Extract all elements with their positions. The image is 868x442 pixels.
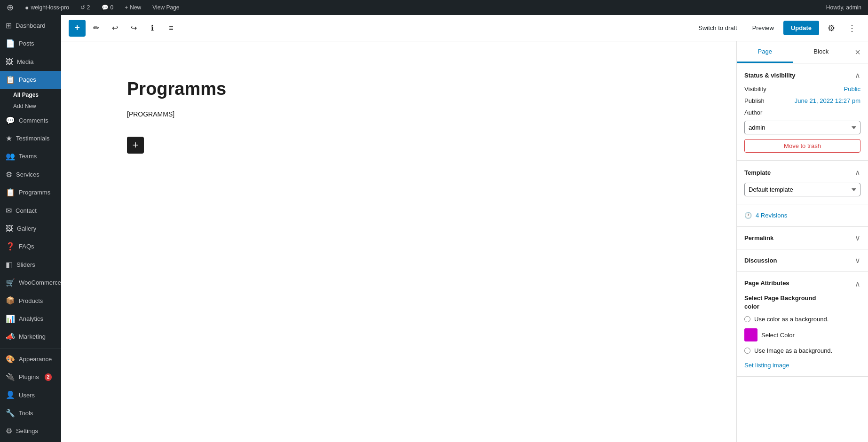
admin-bar-new[interactable]: + New — [122, 0, 144, 15]
close-icon: × — [855, 47, 860, 58]
revisions-label: 4 Revisions — [756, 212, 787, 219]
revisions-row[interactable]: 🕐 4 Revisions — [744, 212, 860, 219]
howdy-text: Howdy, admin — [826, 4, 861, 11]
sidebar-item-analytics[interactable]: 📊 Analytics — [0, 310, 61, 328]
author-select[interactable]: admin — [744, 121, 860, 134]
sidebar-item-label: Comments — [19, 116, 48, 125]
sidebar-item-faqs[interactable]: ❓ FAQs — [0, 238, 61, 256]
visibility-row: Visibility Public — [744, 85, 860, 93]
more-options-button[interactable]: ⋮ — [844, 20, 860, 37]
discussion-row[interactable]: Discussion ∨ — [737, 249, 868, 272]
list-view-button[interactable]: ≡ — [163, 20, 180, 37]
comments-count: 0 — [110, 4, 114, 11]
sidebar-item-services[interactable]: ⚙ Services — [0, 166, 61, 184]
template-section: Template ∧ Default template Full Width N… — [737, 161, 868, 204]
pages-icon: 📋 — [6, 75, 15, 85]
info-button[interactable]: ℹ — [144, 20, 161, 37]
template-select[interactable]: Default template Full Width No Sidebar — [744, 183, 860, 196]
tab-block-label: Block — [813, 48, 829, 55]
add-block-inline-button[interactable]: + — [127, 137, 144, 154]
visibility-value[interactable]: Public — [844, 85, 860, 93]
sidebar-item-label: Dashboard — [16, 22, 46, 30]
tools-icon: 🔧 — [6, 408, 15, 419]
settings-panel-button[interactable]: ⚙ — [823, 20, 840, 37]
main-layout: ⊞ Dashboard 📄 Posts 🖼 Media 📋 Pages All … — [0, 15, 868, 442]
sidebar-item-media[interactable]: 🖼 Media — [0, 53, 61, 71]
sidebar-item-dashboard[interactable]: ⊞ Dashboard — [0, 17, 61, 35]
right-panel: Page Block × Status & visibility ∧ — [736, 41, 868, 442]
sidebar-item-appearance[interactable]: 🎨 Appearance — [0, 350, 61, 368]
sidebar-item-contact[interactable]: ✉ Contact — [0, 202, 61, 220]
site-icon: ● — [25, 4, 29, 11]
sidebar-item-comments[interactable]: 💬 Comments — [0, 112, 61, 130]
admin-bar-view-page[interactable]: View Page — [150, 0, 182, 15]
admin-bar-comments[interactable]: 💬 0 — [99, 0, 117, 15]
sidebar-sub-all-pages[interactable]: All Pages — [0, 89, 61, 101]
sidebar-item-marketing[interactable]: 📣 Marketing — [0, 328, 61, 346]
permalink-toggle[interactable]: ∨ — [855, 233, 860, 242]
sidebar-item-programms[interactable]: 📋 Programms — [0, 184, 61, 202]
tab-page[interactable]: Page — [737, 41, 793, 63]
sidebar-item-woocommerce[interactable]: 🛒 WooCommerce — [0, 274, 61, 292]
page-title[interactable]: Programms — [127, 79, 671, 99]
page-attributes-toggle[interactable]: ∧ — [855, 279, 860, 288]
comments-icon: 💬 — [102, 4, 109, 11]
settings-icon: ⚙ — [6, 426, 12, 436]
admin-bar-howdy[interactable]: Howdy, admin — [823, 0, 864, 15]
redo-button[interactable]: ↪ — [125, 20, 142, 37]
color-swatch[interactable] — [744, 328, 758, 341]
toolbar-right: Switch to draft Preview Update ⚙ ⋮ — [693, 20, 860, 37]
sidebar-item-label: Appearance — [19, 355, 52, 364]
sidebar-item-gallery[interactable]: 🖼 Gallery — [0, 220, 61, 238]
sidebar-item-posts[interactable]: 📄 Posts — [0, 35, 61, 53]
sidebar-item-teams[interactable]: 👥 Teams — [0, 147, 61, 165]
sidebar-item-users[interactable]: 👤 Users — [0, 386, 61, 404]
admin-bar-logo[interactable]: ⊕ — [4, 0, 16, 15]
sidebar-item-pages[interactable]: 📋 Pages — [0, 71, 61, 89]
woocommerce-icon: 🛒 — [6, 278, 15, 288]
discussion-title: Discussion — [744, 257, 777, 264]
permalink-row[interactable]: Permalink ∨ — [737, 227, 868, 249]
use-color-label[interactable]: Use color as a background. — [754, 316, 829, 323]
users-icon: 👤 — [6, 390, 15, 400]
sidebar-item-tools[interactable]: 🔧 Tools — [0, 404, 61, 422]
sidebar-item-testimonials[interactable]: ★ Testimonials — [0, 130, 61, 147]
preview-button[interactable]: Preview — [747, 22, 780, 34]
page-shortcode[interactable]: [PROGRAMMS] — [127, 110, 671, 118]
bg-color-label: Select Page Backgroundcolor — [744, 294, 860, 311]
sidebar-item-label: Teams — [19, 152, 37, 161]
use-image-label[interactable]: Use Image as a background. — [754, 347, 832, 354]
editor-canvas: Programms [PROGRAMMS] + — [61, 41, 736, 442]
sliders-icon: ◧ — [6, 260, 13, 270]
use-color-radio[interactable] — [744, 316, 750, 322]
sidebar-item-label: Gallery — [17, 225, 36, 233]
sidebar-item-plugins[interactable]: 🔌 Plugins 2 — [0, 368, 61, 386]
undo-button[interactable]: ↩ — [106, 20, 123, 37]
discussion-toggle[interactable]: ∨ — [855, 256, 860, 265]
add-block-button[interactable]: + — [69, 20, 86, 37]
sidebar-item-sliders[interactable]: ◧ Sliders — [0, 256, 61, 274]
sidebar-item-label: Products — [19, 297, 43, 305]
admin-bar-site[interactable]: ● weight-loss-pro — [22, 0, 72, 15]
admin-bar-revisions[interactable]: ↺ 2 — [78, 0, 93, 15]
sidebar-item-settings[interactable]: ⚙ Settings — [0, 422, 61, 440]
status-visibility-toggle[interactable]: ∧ — [855, 71, 860, 80]
template-toggle[interactable]: ∧ — [855, 168, 860, 177]
edit-button[interactable]: ✏ — [87, 20, 104, 37]
update-button[interactable]: Update — [783, 21, 819, 35]
sidebar-item-products[interactable]: 📦 Products — [0, 292, 61, 310]
select-color-button[interactable]: Select Color — [761, 332, 795, 339]
info-icon: ℹ — [151, 23, 154, 32]
edit-icon: ✏ — [93, 23, 99, 32]
switch-to-draft-button[interactable]: Switch to draft — [693, 22, 742, 34]
use-image-radio[interactable] — [744, 348, 750, 354]
panel-close-button[interactable]: × — [849, 44, 866, 61]
sidebar-sub-add-new[interactable]: Add New — [0, 101, 61, 112]
publish-value[interactable]: June 21, 2022 12:27 pm — [795, 97, 860, 104]
visibility-label: Visibility — [744, 85, 766, 93]
tab-block[interactable]: Block — [793, 41, 850, 63]
move-to-trash-button[interactable]: Move to trash — [744, 139, 860, 153]
set-listing-image-link[interactable]: Set listing image — [744, 362, 789, 369]
editor-content-wrap: Programms [PROGRAMMS] + Page Block — [61, 41, 868, 442]
sidebar-item-label: Media — [17, 58, 33, 66]
